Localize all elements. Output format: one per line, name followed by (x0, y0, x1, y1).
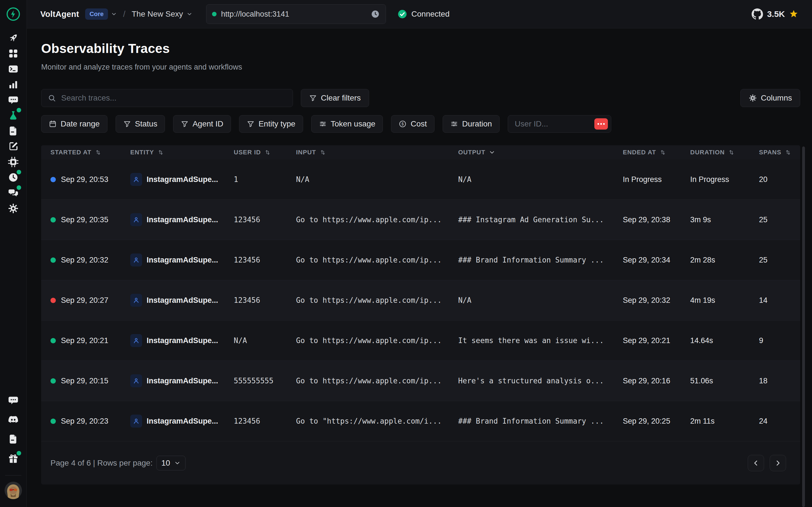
cell-input: Go to https://www.apple.com/ip... (296, 256, 458, 264)
settings-icon-button[interactable] (5, 201, 21, 216)
document-icon-button[interactable] (5, 123, 21, 138)
column-header-entity[interactable]: ENTITY (130, 149, 234, 156)
compose-icon-button[interactable] (5, 138, 21, 154)
previous-page-button[interactable] (748, 455, 764, 471)
server-url-input[interactable]: http://localhost:3141 (206, 4, 386, 24)
filter-token-usage[interactable]: Token usage (311, 115, 383, 133)
started-at-value: Sep 29, 20:21 (61, 336, 108, 345)
filter-entity-type[interactable]: Entity type (239, 115, 303, 133)
entity-name: InstagramAdSupe... (147, 377, 218, 385)
chevron-left-icon (752, 459, 760, 467)
cpu-icon-button[interactable] (5, 154, 21, 170)
password-manager-autofill-icon[interactable] (594, 118, 608, 129)
trace-row[interactable]: Sep 29, 20:27InstagramAdSupe...123456Go … (41, 280, 800, 321)
connection-status: Connected (397, 9, 449, 19)
project-dropdown[interactable]: The New Sexy (132, 10, 193, 18)
user-id-filter (508, 115, 611, 133)
trace-row[interactable]: Sep 29, 20:35InstagramAdSupe...123456Go … (41, 200, 800, 240)
sort-icon (659, 149, 666, 156)
bar-chart-icon-button[interactable] (5, 76, 21, 92)
cell-user-id: 123456 (234, 296, 296, 304)
sliders-icon (319, 120, 327, 128)
feedback-chat-icon (8, 395, 19, 406)
column-header-started-at[interactable]: STARTED AT (50, 149, 130, 156)
agent-entity-badge (130, 414, 142, 428)
sort-icon (157, 149, 164, 156)
conversations-icon-button[interactable] (5, 185, 21, 201)
clock-history-icon-button[interactable] (5, 170, 21, 185)
gift-icon-button[interactable] (5, 451, 21, 466)
pagination-bar: Page 4 of 6 | Rows per page: 10 (41, 441, 800, 485)
cell-ended-at: Sep 29, 20:34 (623, 256, 690, 265)
entity-name: InstagramAdSupe... (147, 256, 218, 265)
trace-row[interactable]: Sep 29, 20:21InstagramAdSupe...N/AGo to … (41, 321, 800, 361)
trace-row[interactable]: Sep 29, 20:53InstagramAdSupe...1N/AN/AIn… (41, 159, 800, 200)
filter-status[interactable]: Status (116, 115, 165, 133)
started-at-value: Sep 29, 20:35 (61, 216, 108, 224)
terminal-icon-button[interactable] (5, 61, 21, 76)
cell-input: Go to https://www.apple.com/ip... (296, 336, 458, 345)
cell-ended-at: Sep 29, 20:32 (623, 296, 690, 305)
columns-label: Columns (761, 94, 792, 103)
column-label: ENDED AT (623, 149, 656, 156)
search-input[interactable] (61, 93, 287, 103)
cell-started-at: Sep 29, 20:27 (50, 296, 130, 305)
started-at-value: Sep 29, 20:32 (61, 256, 108, 265)
entity-name: InstagramAdSupe... (147, 417, 218, 426)
history-clock-icon[interactable] (370, 9, 380, 19)
next-page-button[interactable] (770, 455, 786, 471)
user-avatar[interactable] (4, 482, 22, 499)
content: Observability Traces Monitor and analyze… (27, 29, 812, 507)
conversations-notification-badge (17, 185, 21, 190)
rows-per-page-select[interactable]: 10 (156, 456, 186, 470)
cell-duration: 4m 19s (690, 296, 759, 305)
filter-cost[interactable]: $Cost (391, 115, 435, 133)
rocket-icon (8, 33, 19, 44)
core-badge: Core (85, 8, 108, 20)
column-header-input[interactable]: INPUT (296, 149, 458, 156)
trace-row[interactable]: Sep 29, 20:23InstagramAdSupe...123456Go … (41, 401, 800, 441)
funnel-icon (181, 120, 189, 128)
filter-duration[interactable]: Duration (443, 115, 500, 133)
chat-icon-button[interactable] (5, 92, 21, 108)
column-header-output[interactable]: OUTPUT (458, 149, 623, 156)
columns-button[interactable]: Columns (741, 89, 800, 107)
discord-icon-button[interactable] (5, 412, 21, 427)
filter-agent-id[interactable]: Agent ID (173, 115, 231, 133)
column-label: USER ID (234, 149, 261, 156)
sidebar (0, 0, 27, 507)
flask-icon-button[interactable] (5, 108, 21, 123)
status-dot-error (50, 298, 56, 303)
github-icon (751, 8, 763, 20)
column-header-duration[interactable]: DURATION (690, 149, 759, 156)
feedback-chat-icon-button[interactable] (5, 392, 21, 408)
chat-icon (8, 94, 19, 106)
clear-filters-button[interactable]: Clear filters (301, 89, 369, 107)
voltagent-logo[interactable] (0, 0, 27, 29)
trace-row[interactable]: Sep 29, 20:15InstagramAdSupe...555555555… (41, 361, 800, 401)
pagination-summary: Page 4 of 6 | Rows per page: (50, 459, 153, 467)
core-version-dropdown[interactable]: Core (85, 8, 117, 20)
chevron-right-icon (774, 459, 782, 467)
filter-label: Agent ID (193, 119, 223, 128)
github-stars-link[interactable]: 3.5K (751, 8, 799, 20)
cell-entity: InstagramAdSupe... (130, 414, 234, 428)
agent-entity-badge (130, 213, 142, 226)
apps-grid-icon-button[interactable] (5, 46, 21, 61)
person-icon (133, 417, 140, 425)
column-header-ended-at[interactable]: ENDED AT (623, 149, 690, 156)
started-at-value: Sep 29, 20:27 (61, 296, 108, 305)
agent-entity-badge (130, 294, 142, 307)
filter-label: Token usage (331, 119, 375, 128)
started-at-value: Sep 29, 20:15 (61, 377, 108, 385)
rocket-icon-button[interactable] (5, 30, 21, 46)
column-header-spans[interactable]: SPANS (759, 149, 800, 156)
table-scrollbar[interactable] (802, 147, 805, 507)
docs-icon-button[interactable] (5, 431, 21, 447)
column-header-user-id[interactable]: USER ID (234, 149, 296, 156)
started-at-value: Sep 29, 20:23 (61, 417, 108, 426)
cell-output: It seems there was an issue wi... (458, 336, 623, 345)
funnel-icon (247, 120, 255, 128)
filter-date-range[interactable]: Date range (41, 115, 107, 133)
trace-row[interactable]: Sep 29, 20:32InstagramAdSupe...123456Go … (41, 240, 800, 280)
